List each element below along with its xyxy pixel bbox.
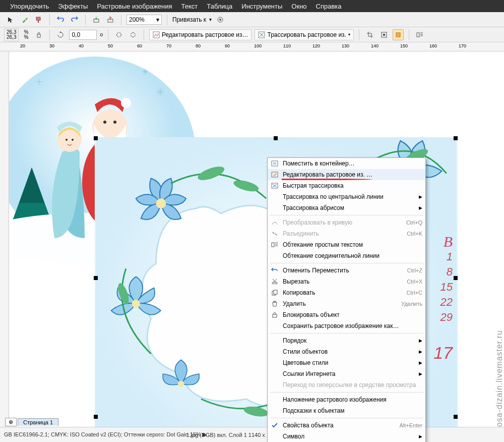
menu-table[interactable]: Таблица xyxy=(207,3,232,10)
ctx-item-16[interactable]: Сохранить растровое изображение как… xyxy=(268,320,425,332)
ctx-item-27[interactable]: Свойства объектаAlt+Enter xyxy=(268,420,425,431)
toolbar-property: 26,3 26,3 % % 0,0 o Редактировать растро… xyxy=(0,27,504,42)
cut-icon xyxy=(270,278,280,286)
ctx-item-18[interactable]: Порядок▶ xyxy=(268,335,425,346)
mirror-v-icon[interactable] xyxy=(128,29,139,40)
ctx-item-4[interactable]: Трассировка абрисом▶ xyxy=(268,202,425,213)
status-bar: GB IEC61966-2.1; CMYK: ISO Coated v2 (EC… xyxy=(0,427,504,442)
ctx-item-3[interactable]: Трассировка по центральной линии▶ xyxy=(268,191,425,202)
mirror-h-icon[interactable] xyxy=(113,29,124,40)
scale-unit: % % xyxy=(22,29,30,41)
ctx-label: Разъединить xyxy=(283,230,402,237)
edit-bitmap-button[interactable]: Редактировать растровое из… xyxy=(149,29,252,40)
ctx-label: Вырезать xyxy=(283,278,402,285)
svg-rect-37 xyxy=(272,243,274,247)
submenu-arrow-icon: ▶ xyxy=(419,338,422,343)
blank-icon xyxy=(270,337,280,345)
break-icon xyxy=(270,230,280,238)
container-icon xyxy=(270,159,280,168)
ctx-item-7: РазъединитьCtrl+K xyxy=(268,228,425,239)
status-color-profiles: GB IEC61966-2.1; CMYK: ISO Coated v2 (EC… xyxy=(4,431,207,438)
ruler-tick: 100 xyxy=(254,43,262,48)
ctx-item-13[interactable]: КопироватьCtrl+C xyxy=(268,287,425,298)
ctx-item-25[interactable]: Подсказки к объектам xyxy=(268,405,425,416)
page-add-button[interactable]: ⊕ xyxy=(5,418,17,426)
undo-icon[interactable] xyxy=(55,14,66,25)
rotation-icon xyxy=(55,29,66,40)
ctx-shortcut: Alt+Enter xyxy=(399,422,422,428)
handle-ml[interactable] xyxy=(94,276,98,280)
cursor-icon[interactable] xyxy=(5,14,16,25)
ctx-label: Трассировка по центральной линии xyxy=(283,193,422,200)
ctx-item-0[interactable]: Поместить в контейнер… xyxy=(268,158,425,169)
ruler-tick: 110 xyxy=(283,43,291,48)
paint-icon[interactable] xyxy=(33,14,44,25)
ctx-label: Блокировать объект xyxy=(283,311,422,318)
canvas-area[interactable]: B 1 8 15 22 29 17 ✕ xyxy=(9,51,503,431)
ctx-label: Переход по гиперссылке в средстве просмо… xyxy=(283,381,422,389)
zoom-level[interactable]: 200%▾ xyxy=(127,15,162,25)
rotation-value[interactable]: 0,0 xyxy=(69,30,97,40)
ruler-horizontal: // ticks drawn later 2030405060708090100… xyxy=(0,42,504,51)
resample-icon[interactable] xyxy=(379,29,390,40)
object-icon[interactable] xyxy=(393,29,404,40)
ruler-vertical xyxy=(0,51,9,431)
menu-arrange[interactable]: Упорядочить xyxy=(10,3,49,10)
menu-window[interactable]: Окно xyxy=(291,3,306,10)
export-icon[interactable] xyxy=(105,14,116,25)
svg-rect-6 xyxy=(37,34,40,37)
blank-icon xyxy=(270,407,280,415)
submenu-arrow-icon: ▶ xyxy=(419,349,422,354)
ctx-item-14[interactable]: УдалитьУдалить xyxy=(268,298,425,309)
menu-bitmaps[interactable]: Растровые изображения xyxy=(97,3,172,10)
crop-icon[interactable] xyxy=(364,29,375,40)
ctx-shortcut: Ctrl+K xyxy=(407,231,422,237)
svg-point-24 xyxy=(156,198,166,208)
ruler-tick: 170 xyxy=(459,43,466,48)
ctx-item-8[interactable]: Обтекание простым текстом xyxy=(268,239,425,250)
ctx-item-19[interactable]: Стили объектов▶ xyxy=(268,346,425,357)
svg-point-19 xyxy=(113,121,116,124)
handle-tr[interactable] xyxy=(454,136,458,140)
ctx-item-11[interactable]: Отменить ПереместитьCtrl+Z xyxy=(268,265,425,276)
import-icon[interactable] xyxy=(91,14,102,25)
ctx-item-22: Переход по гиперссылке в средстве просмо… xyxy=(268,379,425,391)
ruler-tick: 60 xyxy=(137,43,142,48)
menu-tools[interactable]: Инструменты xyxy=(241,3,282,10)
ctx-item-15[interactable]: Блокировать объект xyxy=(268,309,425,320)
ruler-tick: 40 xyxy=(79,43,84,48)
ctx-label: Порядок xyxy=(283,337,422,344)
ctx-item-2[interactable]: Быстрая трассировка xyxy=(268,180,425,191)
wrap-text-icon[interactable] xyxy=(414,29,425,40)
menu-text[interactable]: Текст xyxy=(181,3,198,10)
handle-bl[interactable] xyxy=(94,415,98,419)
ctx-item-24[interactable]: Наложение растрового изображения xyxy=(268,394,425,405)
handle-br[interactable] xyxy=(454,415,458,419)
redo-icon[interactable] xyxy=(69,14,80,25)
ctx-item-1[interactable]: Редактировать растровое из. … xyxy=(268,169,425,180)
scale-xy[interactable]: 26,3 26,3 xyxy=(4,28,19,41)
svg-point-21 xyxy=(66,139,68,141)
blank-icon xyxy=(270,381,280,389)
handle-tm[interactable] xyxy=(274,136,278,140)
options-icon[interactable] xyxy=(215,14,226,25)
lock-ratio-icon[interactable] xyxy=(33,29,44,40)
ctx-item-9[interactable]: Обтекание соединительной линии xyxy=(268,250,425,261)
page-tab-1[interactable]: Страница 1 xyxy=(18,418,58,426)
submenu-arrow-icon: ▶ xyxy=(419,205,422,210)
ctx-item-12[interactable]: ВырезатьCtrl+X xyxy=(268,276,425,287)
ctx-item-28[interactable]: Символ▶ xyxy=(268,431,425,442)
menu-effects[interactable]: Эффекты xyxy=(58,3,88,10)
ruler-tick: 80 xyxy=(196,43,201,48)
snap-label: Привязать к xyxy=(172,16,206,23)
ctx-item-20[interactable]: Цветовые стили▶ xyxy=(268,357,425,368)
ruler-tick: 50 xyxy=(108,43,113,48)
ctx-item-21[interactable]: Ссылки Интернета▶ xyxy=(268,368,425,379)
ruler-tick: 70 xyxy=(166,43,171,48)
eyedropper-icon[interactable] xyxy=(19,14,30,25)
trace-bitmap-button[interactable]: Трассировать растровое из. ▾ xyxy=(255,29,353,40)
menu-help[interactable]: Справка xyxy=(316,3,342,10)
copy-icon xyxy=(270,289,280,297)
handle-tl[interactable] xyxy=(94,136,98,140)
handle-mr[interactable] xyxy=(454,276,458,280)
